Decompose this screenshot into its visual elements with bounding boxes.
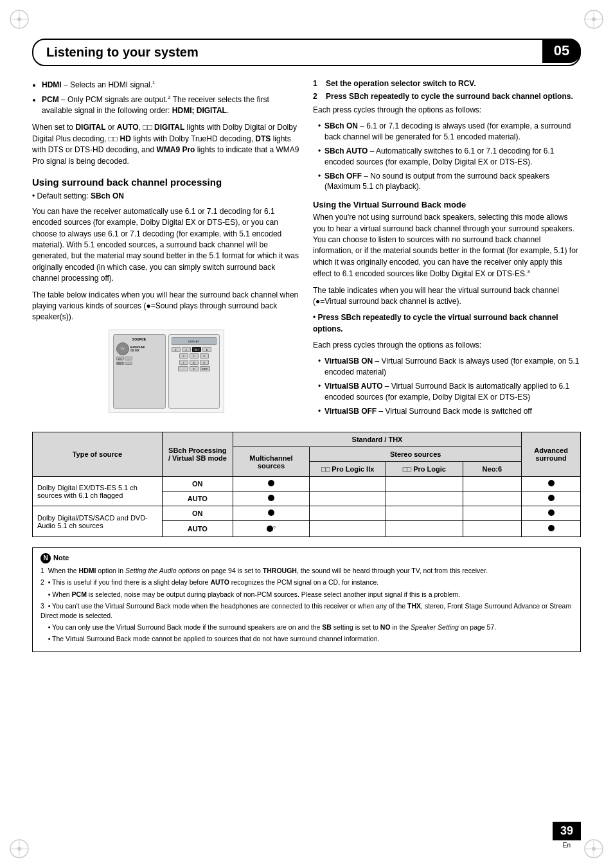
page-number: 39 [553, 822, 581, 840]
sbch-para2: The table below indicates when you will … [32, 290, 300, 323]
filled-dot [548, 525, 555, 531]
page-title: Listening to your system [46, 45, 199, 60]
corner-decoration-tr [581, 6, 607, 32]
source-2: Dolby Digital/DTS/SACD and DVD-Audio 5.1… [33, 506, 163, 537]
dot-pliix-on-2 [310, 506, 386, 521]
dot-adv-auto-2 [522, 521, 581, 537]
dot-adv-on-2 [522, 506, 581, 521]
filled-dot [548, 509, 555, 516]
device-image: SOURCE TV SURROUND CH DTS [109, 330, 224, 413]
col-multichannel: Multichannel sources [233, 447, 309, 477]
note-item-3b: • You can only use the Virtual Surround … [40, 623, 573, 632]
step-2-text: Press SBch repeatedly to cycle the surro… [326, 92, 581, 101]
note-title: N Note [40, 553, 573, 563]
note-icon: N [40, 553, 51, 563]
sbch-auto-option: SBch AUTO – Automatically switches to 6.… [319, 146, 581, 168]
mode-on-1: ON [162, 477, 233, 492]
dot-pli-on-1 [386, 477, 463, 492]
note-item-1: 1 When the HDMI option in Setting the Au… [40, 566, 573, 576]
col-advanced: Advanced surround [522, 432, 581, 477]
sbch-on-option: SBch ON – 6.1 or 7.1 decoding is always … [319, 121, 581, 143]
corner-decoration-bl [6, 836, 32, 862]
dot-multichannel-on-2 [233, 506, 309, 521]
vsb-each-press: Each press cycles through the options as… [313, 340, 581, 351]
col-neo6: Neo:6 [463, 462, 522, 477]
note-section: N Note 1 When the HDMI option in Setting… [32, 547, 581, 652]
vsb-on-option: VirtualSB ON – Virtual Surround Back is … [319, 356, 581, 378]
dot-neo6-auto-2 [463, 521, 522, 537]
dot-pli-auto-2 [386, 521, 463, 537]
filled-dot [548, 480, 555, 486]
note-item-3: 3 • You can't use the Virtual Surround B… [40, 601, 573, 621]
col-stereo-sources: Stereo sources [310, 447, 522, 462]
hdmi-pcm-list: HDMI – Selects an HDMI signal.1 PCM – On… [32, 79, 300, 116]
vsb-para2: The table indicates when you will hear t… [313, 285, 581, 308]
dot-pliix-auto-2 [310, 521, 386, 537]
sbch-off-option: SBch OFF – No sound is output from the s… [319, 171, 581, 193]
mode-auto-1: AUTO [162, 492, 233, 506]
col-standard-thx: Standard / THX [233, 432, 521, 447]
note-list: 1 When the HDMI option in Setting the Au… [40, 566, 573, 644]
filled-dot [268, 480, 274, 486]
dot-adv-on-1 [522, 477, 581, 492]
surround-table-section: Type of source SBch Processing / Virtual… [32, 432, 581, 537]
note-item-2b: • When PCM is selected, noise may be out… [40, 590, 573, 599]
vsb-heading: Using the Virtual Surround Back mode [313, 200, 581, 209]
filled-dot [268, 509, 274, 516]
dot-neo6-auto-1 [463, 492, 522, 506]
filled-dot [548, 495, 555, 501]
note-label: Note [53, 553, 69, 563]
dot-neo6-on-1 [463, 477, 522, 492]
dot-multichannel-auto-2: ○ [233, 521, 309, 537]
step-2-number: 2 [313, 92, 322, 101]
note-item-2: 2 • This is useful if you find there is … [40, 578, 573, 587]
digital-auto-para: When set to DIGITAL or AUTO, □□ DIGITAL … [32, 122, 300, 167]
dot-neo6-on-2 [463, 506, 522, 521]
vsb-press-heading: • Press SBch repeatedly to cycle the vir… [313, 312, 581, 335]
vsb-off-option: VirtualSB OFF – Virtual Surround Back mo… [319, 406, 581, 417]
chapter-number: 05 [542, 39, 581, 63]
hdmi-item: HDMI – Selects an HDMI signal.1 [42, 79, 300, 91]
dot-pli-on-2 [386, 506, 463, 521]
step-1-number: 1 [313, 79, 322, 88]
header-bar: Listening to your system 05 [32, 39, 581, 66]
table-row: Dolby Digital/DTS/SACD and DVD-Audio 5.1… [33, 506, 581, 521]
step-1: 1 Set the operation selector switch to R… [313, 79, 581, 88]
dot-pli-auto-1 [386, 492, 463, 506]
page-footer: 39 En [553, 822, 581, 849]
step-1-text: Set the operation selector switch to RCV… [326, 79, 581, 88]
dot-multichannel-auto-1 [233, 492, 309, 506]
vsb-options-list: VirtualSB ON – Virtual Surround Back is … [313, 356, 581, 416]
vsb-para1: When you're not using surround back spea… [313, 212, 581, 279]
col-sbch: SBch Processing / Virtual SB mode [162, 432, 233, 477]
filled-dot [267, 526, 273, 532]
default-setting: • Default setting: SBch ON [32, 191, 300, 202]
source-1: Dolby Digital EX/DTS-ES 5.1 ch sources w… [33, 477, 163, 506]
corner-decoration-br [581, 836, 607, 862]
dot-pliix-on-1 [310, 477, 386, 492]
page-language: En [563, 842, 571, 849]
col-source-type: Type of source [33, 432, 163, 477]
sbch-section-heading: Using surround back channel processing [32, 176, 300, 189]
right-column: 1 Set the operation selector switch to R… [313, 79, 581, 421]
surround-table: Type of source SBch Processing / Virtual… [32, 432, 581, 537]
sbch-para1: You can have the receiver automatically … [32, 206, 300, 285]
pcm-item: PCM – Only PCM signals are output.2 The … [42, 94, 300, 116]
mode-on-2: ON [162, 506, 233, 521]
corner-decoration-tl [6, 6, 32, 32]
vsb-auto-option: VirtualSB AUTO – Virtual Surround Back i… [319, 381, 581, 403]
dot-multichannel-on-1 [233, 477, 309, 492]
dot-pliix-auto-1 [310, 492, 386, 506]
filled-dot [268, 495, 274, 501]
dot-adv-auto-1 [522, 492, 581, 506]
mode-auto-2: AUTO [162, 521, 233, 537]
left-column: HDMI – Selects an HDMI signal.1 PCM – On… [32, 79, 300, 421]
col-pro-logic-IIx: □□ Pro Logic IIx [310, 462, 386, 477]
note-item-3c: • The Virtual Surround Back mode cannot … [40, 634, 573, 644]
step-2: 2 Press SBch repeatedly to cycle the sur… [313, 92, 581, 101]
sbch-options-list: SBch ON – 6.1 or 7.1 decoding is always … [313, 121, 581, 192]
col-pro-logic: □□ Pro Logic [386, 462, 463, 477]
table-row: Dolby Digital EX/DTS-ES 5.1 ch sources w… [33, 477, 581, 492]
each-press-intro: Each press cycles through the options as… [313, 105, 581, 116]
